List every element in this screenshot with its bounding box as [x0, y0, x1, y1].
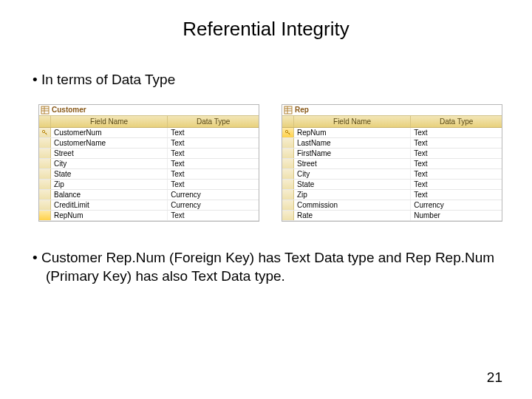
data-type-cell: Text	[411, 190, 502, 200]
header-data-type: Data Type	[411, 116, 502, 127]
data-type-cell: Text	[411, 180, 502, 189]
primary-key-icon	[282, 128, 294, 137]
field-name-cell: Balance	[51, 190, 168, 200]
rep-table: Rep Field Name Data Type RepNumTextLastN…	[282, 104, 502, 222]
table-row: StreetText	[39, 149, 259, 159]
bullet-explanation: Customer Rep.Num (Foreign Key) has Text …	[30, 248, 502, 286]
customer-table: Customer Field Name Data Type CustomerNu…	[38, 104, 259, 222]
customer-rows: CustomerNumTextCustomerNameTextStreetTex…	[39, 128, 259, 221]
table-row: CommissionCurrency	[282, 200, 502, 211]
table-row: RateNumber	[282, 211, 502, 221]
row-gutter	[39, 180, 51, 189]
field-name-cell: State	[294, 180, 411, 189]
row-gutter	[282, 149, 294, 158]
row-gutter	[282, 138, 294, 148]
header-field-name: Field Name	[51, 116, 168, 127]
data-type-cell: Text	[411, 159, 502, 168]
data-type-cell: Text	[411, 138, 502, 148]
row-gutter	[39, 159, 51, 168]
row-gutter	[282, 180, 294, 189]
data-type-cell: Text	[168, 138, 259, 148]
field-name-cell: CustomerName	[51, 138, 168, 148]
customer-header-row: Field Name Data Type	[39, 116, 259, 128]
table-row: StreetText	[282, 159, 502, 169]
field-name-cell: LastName	[294, 138, 411, 148]
row-gutter	[39, 200, 51, 210]
rep-tab: Rep	[282, 105, 502, 116]
field-name-cell: CustomerNum	[51, 128, 168, 137]
data-type-cell: Text	[411, 149, 502, 158]
svg-rect-0	[41, 106, 49, 114]
field-name-cell: Street	[294, 159, 411, 168]
data-type-cell: Text	[411, 128, 502, 137]
gutter-header	[39, 116, 51, 127]
field-name-cell: City	[294, 169, 411, 179]
table-row: ZipText	[282, 190, 502, 200]
primary-key-icon	[39, 128, 51, 137]
data-type-cell: Currency	[168, 190, 259, 200]
row-gutter	[282, 200, 294, 210]
header-field-name: Field Name	[294, 116, 411, 127]
customer-tab-label: Customer	[52, 105, 86, 115]
table-row: CreditLimitCurrency	[39, 200, 259, 211]
row-gutter	[39, 149, 51, 158]
row-gutter	[39, 169, 51, 179]
data-type-cell: Text	[168, 149, 259, 158]
table-row: StateText	[39, 169, 259, 180]
row-gutter	[282, 190, 294, 200]
field-name-cell: Commission	[294, 200, 411, 210]
table-row: StateText	[282, 180, 502, 190]
data-type-cell: Currency	[411, 200, 502, 210]
field-name-cell: CreditLimit	[51, 200, 168, 210]
field-name-cell: Zip	[51, 180, 168, 189]
table-row: RepNumText	[39, 211, 259, 221]
table-row: LastNameText	[282, 138, 502, 149]
data-type-cell: Number	[411, 211, 502, 220]
row-gutter	[39, 211, 51, 220]
data-type-cell: Text	[168, 180, 259, 189]
row-gutter	[282, 211, 294, 220]
field-name-cell: State	[51, 169, 168, 179]
svg-rect-7	[284, 106, 292, 114]
field-name-cell: Street	[51, 149, 168, 158]
row-gutter	[39, 138, 51, 148]
rep-header-row: Field Name Data Type	[282, 116, 502, 128]
table-row: ZipText	[39, 180, 259, 190]
customer-tab: Customer	[39, 105, 259, 116]
data-type-cell: Text	[168, 211, 259, 220]
field-name-cell: FirstName	[294, 149, 411, 158]
header-data-type: Data Type	[168, 116, 259, 127]
gutter-header	[282, 116, 294, 127]
page-number: 21	[487, 369, 502, 386]
table-row: CustomerNumText	[39, 128, 259, 138]
field-name-cell: RepNum	[294, 128, 411, 137]
table-row: CityText	[39, 159, 259, 169]
data-type-cell: Text	[168, 128, 259, 137]
svg-line-6	[46, 133, 47, 134]
row-gutter	[282, 159, 294, 168]
data-type-cell: Currency	[168, 200, 259, 210]
table-row: FirstNameText	[282, 149, 502, 159]
row-gutter	[282, 169, 294, 179]
bullet-datatype: In terms of Data Type	[30, 70, 502, 89]
rep-tab-label: Rep	[295, 105, 309, 115]
data-type-cell: Text	[168, 159, 259, 168]
field-name-cell: Rate	[294, 211, 411, 220]
table-row: RepNumText	[282, 128, 502, 138]
table-icon	[284, 106, 293, 115]
field-name-cell: Zip	[294, 190, 411, 200]
rep-rows: RepNumTextLastNameTextFirstNameTextStree…	[282, 128, 502, 221]
field-name-cell: City	[51, 159, 168, 168]
tables-container: Customer Field Name Data Type CustomerNu…	[38, 104, 502, 222]
table-row: BalanceCurrency	[39, 190, 259, 200]
field-name-cell: RepNum	[51, 211, 168, 220]
table-row: CustomerNameText	[39, 138, 259, 149]
svg-line-13	[289, 133, 290, 134]
row-gutter	[39, 190, 51, 200]
data-type-cell: Text	[411, 169, 502, 179]
data-type-cell: Text	[168, 169, 259, 179]
table-row: CityText	[282, 169, 502, 180]
table-icon	[41, 106, 50, 115]
slide-title: Referential Integrity	[30, 18, 502, 41]
